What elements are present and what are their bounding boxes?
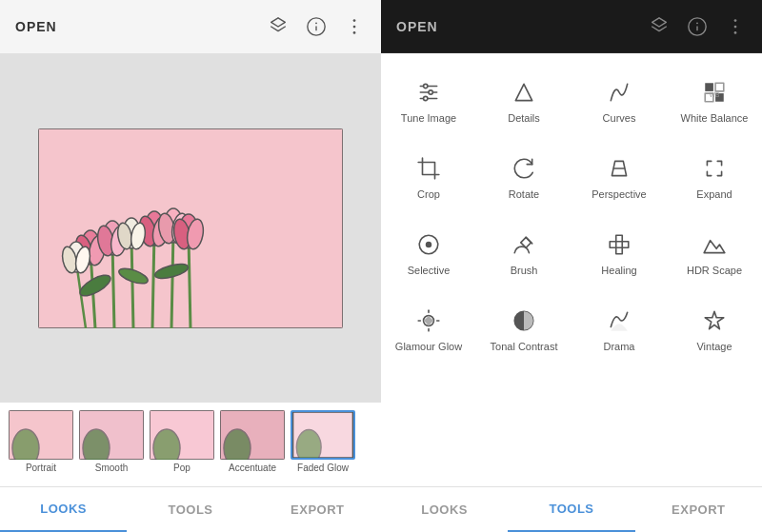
selective-icon xyxy=(413,229,444,260)
svg-point-51 xyxy=(734,19,737,22)
tool-label-crop: Crop xyxy=(417,187,440,201)
healing-icon xyxy=(604,229,634,260)
thumb-faded-glow[interactable]: Faded Glow xyxy=(290,410,356,473)
left-open-label: OPEN xyxy=(15,19,57,34)
tool-label-selective: Selective xyxy=(408,264,451,277)
tool-label-healing: Healing xyxy=(601,264,636,277)
right-open-label: OPEN xyxy=(396,19,438,34)
thumb-smooth[interactable]: Smooth xyxy=(78,410,145,473)
tune-icon xyxy=(413,77,444,108)
svg-point-5 xyxy=(353,31,356,34)
svg-point-41 xyxy=(83,429,110,460)
tools-grid-container: Tune Image Details Curves WB xyxy=(381,53,762,486)
curves-icon xyxy=(604,77,634,108)
tool-expand[interactable]: Expand xyxy=(667,137,762,213)
svg-line-9 xyxy=(131,238,133,328)
thumbnails-row: Portrait Smooth Pop xyxy=(0,403,381,486)
tool-label-perspective: Perspective xyxy=(592,187,646,201)
tool-label-details: Details xyxy=(508,111,540,125)
white-balance-icon: WB xyxy=(699,77,730,108)
right-tab-tools[interactable]: TOOLS xyxy=(508,487,634,532)
tool-label-expand: Expand xyxy=(696,187,732,201)
tool-label-white-balance: White Balance xyxy=(681,111,749,125)
svg-marker-60 xyxy=(515,84,531,100)
tool-label-tune-image: Tune Image xyxy=(401,111,456,125)
tool-healing[interactable]: Healing xyxy=(572,213,667,289)
svg-point-59 xyxy=(424,96,428,100)
tool-drama[interactable]: Drama xyxy=(572,289,667,365)
tool-curves[interactable]: Curves xyxy=(572,61,667,137)
tool-label-drama: Drama xyxy=(603,340,634,353)
svg-point-58 xyxy=(429,90,432,94)
thumb-portrait[interactable]: Portrait xyxy=(8,410,74,473)
tool-label-brush: Brush xyxy=(511,264,538,277)
expand-icon xyxy=(699,153,730,184)
thumb-img-accentuate xyxy=(220,410,285,460)
thumb-label-accentuate: Accentuate xyxy=(229,463,276,473)
info-icon[interactable] xyxy=(305,15,328,38)
right-top-bar: OPEN xyxy=(381,0,762,53)
left-top-bar: OPEN xyxy=(0,0,381,53)
tool-details[interactable]: Details xyxy=(476,61,572,137)
right-tab-looks[interactable]: LOOKS xyxy=(381,487,508,532)
svg-marker-73 xyxy=(704,241,725,253)
tool-white-balance[interactable]: WB White Balance xyxy=(667,61,762,137)
glamour-icon xyxy=(413,305,444,336)
right-info-icon[interactable] xyxy=(686,15,709,38)
svg-line-13 xyxy=(189,238,190,328)
svg-point-53 xyxy=(734,31,737,34)
svg-rect-72 xyxy=(610,242,629,248)
svg-point-4 xyxy=(353,26,356,29)
tool-crop[interactable]: Crop xyxy=(381,137,476,213)
tool-perspective[interactable]: Perspective xyxy=(572,137,667,213)
more-icon[interactable] xyxy=(343,15,366,38)
svg-point-47 xyxy=(296,429,321,458)
right-layers-icon[interactable] xyxy=(648,15,671,38)
tool-selective[interactable]: Selective xyxy=(381,213,476,289)
tool-brush[interactable]: Brush xyxy=(476,213,572,289)
svg-point-43 xyxy=(153,429,180,460)
right-more-icon[interactable] xyxy=(724,15,747,38)
crop-icon xyxy=(413,153,444,184)
thumb-img-portrait xyxy=(9,410,73,460)
right-top-icons xyxy=(648,15,747,38)
svg-rect-61 xyxy=(705,83,713,91)
svg-rect-62 xyxy=(715,83,724,91)
tool-rotate[interactable]: Rotate xyxy=(476,137,572,213)
brush-icon xyxy=(509,229,539,260)
tool-label-tonal-contrast: Tonal Contrast xyxy=(491,340,558,353)
left-tab-tools[interactable]: TOOLS xyxy=(127,487,253,532)
svg-point-57 xyxy=(424,84,428,88)
tool-label-hdr-scape: HDR Scape xyxy=(687,264,742,277)
thumb-img-pop xyxy=(150,410,214,460)
thumb-label-faded-glow: Faded Glow xyxy=(297,463,349,473)
tool-hdr-scape[interactable]: HDR Scape xyxy=(667,213,762,289)
thumb-pop[interactable]: Pop xyxy=(149,410,215,473)
tool-glamour-glow[interactable]: Glamour Glow xyxy=(381,289,476,365)
tonal-icon xyxy=(509,305,539,336)
thumb-img-smooth xyxy=(79,410,144,460)
left-tab-looks[interactable]: LOOKS xyxy=(0,487,127,532)
svg-point-39 xyxy=(12,429,39,460)
svg-point-69 xyxy=(426,242,432,248)
svg-text:WB: WB xyxy=(710,91,719,98)
svg-point-52 xyxy=(734,25,737,28)
thumb-accentuate[interactable]: Accentuate xyxy=(219,410,286,473)
tool-label-vintage: Vintage xyxy=(696,340,732,353)
tools-grid: Tune Image Details Curves WB xyxy=(381,61,762,365)
tool-vintage[interactable]: Vintage xyxy=(667,289,762,365)
right-bottom-tabs: LOOKS TOOLS EXPORT xyxy=(381,486,762,532)
drama-icon xyxy=(604,305,634,336)
perspective-icon xyxy=(604,153,634,184)
svg-rect-71 xyxy=(616,235,623,254)
thumb-label-portrait: Portrait xyxy=(26,463,56,473)
svg-point-45 xyxy=(224,429,251,460)
right-tab-export[interactable]: EXPORT xyxy=(635,487,762,532)
left-tab-export[interactable]: EXPORT xyxy=(254,487,381,532)
tool-tonal-contrast[interactable]: Tonal Contrast xyxy=(476,289,572,365)
tool-tune-image[interactable]: Tune Image xyxy=(381,61,476,137)
layers-icon[interactable] xyxy=(267,15,290,38)
photo-image xyxy=(38,128,343,328)
thumb-label-smooth: Smooth xyxy=(95,463,128,473)
image-container xyxy=(0,53,381,403)
